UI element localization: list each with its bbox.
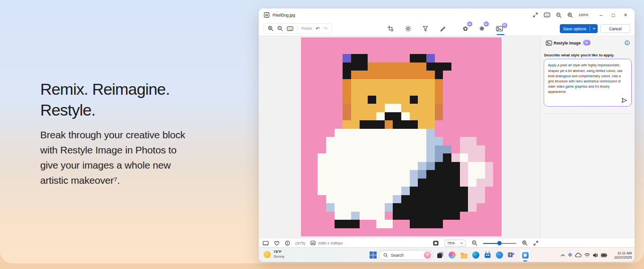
zoom-out-icon[interactable] xyxy=(472,240,477,246)
fullscreen-icon[interactable] xyxy=(533,12,538,18)
phone-link-icon[interactable] xyxy=(495,251,503,259)
microsoft-store-icon[interactable] xyxy=(484,251,492,259)
wifi-icon[interactable] xyxy=(584,253,590,258)
svg-text:T: T xyxy=(509,253,512,257)
active-tool-indicator xyxy=(497,34,504,36)
ai-badge: AI xyxy=(467,21,472,27)
search-placeholder: Search xyxy=(391,253,424,258)
image-dimensions: 1080 x 1080px xyxy=(318,241,343,245)
window-title: PixelDog.jpg xyxy=(273,13,295,18)
filter-icon[interactable] xyxy=(423,26,428,32)
redo-icon[interactable]: ↷ xyxy=(324,26,327,31)
crop-icon[interactable] xyxy=(388,26,394,32)
actual-size-icon[interactable]: 1:1 xyxy=(287,26,293,31)
zoom-in-icon[interactable] xyxy=(522,240,528,246)
windows-taskbar: 78°F Sunny Search xyxy=(259,247,635,262)
info-icon[interactable] xyxy=(285,241,290,246)
task-view-icon[interactable] xyxy=(436,251,444,259)
slider-thumb[interactable] xyxy=(497,241,502,245)
tray-date: 10/22/2025 xyxy=(610,255,632,260)
pixel-dog-image[interactable] xyxy=(301,37,502,236)
reset-button[interactable]: Reset xyxy=(301,26,312,31)
volume-icon[interactable] xyxy=(593,253,598,258)
tray-time: 11:11 AM xyxy=(610,251,632,255)
restyle-panel: Restyle image AI Describe what style you… xyxy=(540,36,635,238)
info-icon[interactable] xyxy=(625,40,630,45)
photo-counter: (3/75) xyxy=(295,241,305,245)
filmstrip-icon[interactable] xyxy=(263,241,269,246)
weather-condition: Sunny xyxy=(273,254,284,259)
search-highlight-image xyxy=(424,251,431,259)
restyle-tool-active[interactable]: AI xyxy=(496,26,503,32)
tray-app-icon[interactable]: ✻ xyxy=(568,252,572,258)
weather-widget[interactable]: 78°F Sunny xyxy=(264,250,284,259)
hero-body: Break through your creative block with R… xyxy=(40,127,185,188)
copilot-icon[interactable] xyxy=(448,251,456,259)
photos-taskbar-icon[interactable] xyxy=(519,249,531,261)
svg-text:1:1: 1:1 xyxy=(545,14,548,17)
maximize-button[interactable]: ▢ xyxy=(607,13,619,18)
minimize-button[interactable]: – xyxy=(595,12,607,18)
hero-title-line1: Remix. Reimagine. xyxy=(40,79,170,99)
file-explorer-icon[interactable] xyxy=(460,251,468,259)
zoom-select[interactable]: 75% xyxy=(444,240,466,247)
hero-title-line2: Restyle. xyxy=(40,99,170,120)
search-icon xyxy=(383,253,388,258)
clock[interactable]: 11:11 AM 10/22/2025 xyxy=(610,251,632,260)
adjust-icon[interactable] xyxy=(405,26,411,32)
edit-toolbar: 1:1 Reset ↶ ↷ xyxy=(259,21,635,36)
start-button[interactable] xyxy=(370,251,377,259)
photos-app: PixelDog.jpg 1:1 100% xyxy=(259,9,635,247)
cancel-button[interactable]: Cancel xyxy=(600,24,630,33)
divider xyxy=(297,26,298,32)
statusbar: (3/75) 1080 x 1080px 75% xyxy=(259,238,635,247)
zoom-out-icon[interactable] xyxy=(277,26,283,31)
markup-icon[interactable] xyxy=(440,26,446,32)
prompt-text[interactable]: Apply a pixel art style with highly impr… xyxy=(548,63,627,94)
image-size-icon xyxy=(310,241,316,245)
zoom-history-group: 1:1 Reset ↶ ↷ xyxy=(263,23,332,34)
fit-to-window-icon[interactable] xyxy=(433,241,439,246)
prompt-label: Describe what style you'd like to apply. xyxy=(544,53,614,57)
onedrive-icon[interactable] xyxy=(575,253,582,258)
zoom-level[interactable]: 100% xyxy=(579,13,588,17)
weather-temp: 78°F xyxy=(273,250,284,254)
erase-tool[interactable]: ✿ AI xyxy=(463,24,468,33)
photos-app-icon xyxy=(264,12,270,18)
close-button[interactable]: ✕ xyxy=(619,13,632,18)
ai-badge: AI xyxy=(502,23,507,28)
ai-badge: AI xyxy=(583,40,591,45)
undo-icon[interactable]: ↶ xyxy=(316,26,319,31)
sun-icon xyxy=(264,251,271,258)
tray-chevron-icon[interactable] xyxy=(561,254,565,257)
titlebar[interactable]: PixelDog.jpg 1:1 100% xyxy=(259,9,635,21)
restyle-image-icon xyxy=(546,40,552,46)
zoom-in-icon[interactable] xyxy=(567,12,573,18)
battery-icon[interactable] xyxy=(601,253,607,257)
photos-app-window: PixelDog.jpg 1:1 100% xyxy=(259,9,635,262)
hero-title: Remix. Reimagine. Restyle. xyxy=(40,79,170,120)
ai-badge: AI xyxy=(484,21,489,27)
chevron-down-icon[interactable] xyxy=(590,27,598,30)
panel-title: Restyle image xyxy=(554,41,581,45)
marketing-image: Remix. Reimagine. Restyle. Break through… xyxy=(0,0,644,269)
zoom-out-icon[interactable] xyxy=(556,12,562,18)
prompt-input[interactable]: Apply a pixel art style with highly impr… xyxy=(544,59,632,107)
search-box[interactable]: Search xyxy=(379,250,433,260)
divider xyxy=(544,113,631,114)
actual-size-icon[interactable]: 1:1 xyxy=(544,12,550,18)
image-canvas xyxy=(259,36,540,238)
teams-icon[interactable]: T xyxy=(507,251,515,259)
edge-icon[interactable] xyxy=(472,251,480,259)
favorite-icon[interactable] xyxy=(274,241,280,246)
fullscreen-icon[interactable] xyxy=(533,241,538,246)
background-tool[interactable]: ❋ AI xyxy=(479,24,485,33)
save-options-button[interactable]: Save options xyxy=(560,24,598,33)
send-icon[interactable] xyxy=(621,98,627,103)
zoom-in-icon[interactable] xyxy=(268,26,273,31)
active-app-indicator xyxy=(523,260,527,261)
zoom-slider[interactable] xyxy=(483,241,516,245)
svg-text:1:1: 1:1 xyxy=(289,27,292,30)
